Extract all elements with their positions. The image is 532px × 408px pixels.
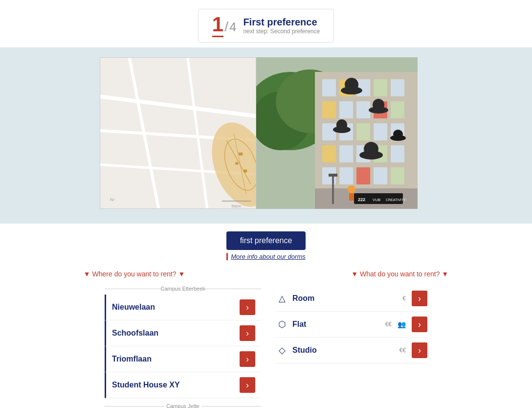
svg-rect-27 <box>339 101 353 118</box>
svg-rect-64 <box>329 174 337 177</box>
svg-rect-53 <box>364 142 378 156</box>
main-content: Campus Etterbeek Nieuwelaan › Schoofslaa… <box>0 281 532 408</box>
svg-text:222: 222 <box>358 197 365 202</box>
hero-section: N↑ 500m <box>0 47 532 224</box>
location-arrow-button[interactable]: › <box>240 351 255 367</box>
list-item[interactable]: Schoofslaan › <box>105 320 261 346</box>
svg-rect-37 <box>339 145 353 162</box>
step-slash: / <box>224 19 228 35</box>
svg-rect-26 <box>322 101 336 118</box>
room-price: €€ <box>385 321 392 328</box>
more-info-link[interactable]: More info about our dorms <box>226 253 305 260</box>
location-arrow-button[interactable]: › <box>240 299 255 315</box>
list-item: △ Room € › <box>276 286 427 312</box>
step-number: 1 <box>212 14 223 37</box>
location-arrow-button[interactable]: › <box>240 325 255 341</box>
svg-text:VUB: VUB <box>373 198 380 202</box>
svg-rect-36 <box>322 145 336 162</box>
step-subtitle: next step: Second preference <box>243 28 320 35</box>
svg-rect-44 <box>374 167 387 184</box>
svg-rect-43 <box>356 167 370 184</box>
svg-rect-33 <box>356 123 370 140</box>
studio-type-icon: ◇ <box>276 345 288 356</box>
list-item[interactable]: Triomflaan › <box>105 346 261 372</box>
campus-etterbeek-label: Campus Etterbeek <box>105 286 261 292</box>
location-arrow-button[interactable]: › <box>240 377 255 393</box>
svg-rect-40 <box>391 145 404 162</box>
svg-rect-11 <box>235 162 238 165</box>
room-type-name: Studio <box>292 346 396 355</box>
step-title: First preference <box>243 17 320 28</box>
svg-rect-51 <box>336 119 347 131</box>
svg-rect-45 <box>391 167 404 184</box>
step-info: First preference next step: Second prefe… <box>243 17 320 35</box>
svg-rect-28 <box>356 101 370 118</box>
room-type-arrow-button[interactable]: › <box>412 342 427 358</box>
first-preference-button[interactable]: first preference <box>226 231 306 250</box>
svg-rect-10 <box>239 153 243 156</box>
room-type-name: Room <box>292 294 399 303</box>
svg-text:500m: 500m <box>231 204 241 208</box>
hero-map: N↑ 500m <box>100 57 256 209</box>
svg-rect-31 <box>322 123 336 140</box>
location-name: Schoofslaan <box>112 329 240 338</box>
svg-rect-24 <box>374 79 387 96</box>
list-item[interactable]: Nieuwelaan › <box>105 295 261 320</box>
fp-section: first preference More info about our dor… <box>0 224 532 263</box>
what-filter-label[interactable]: ▼ What do you want to rent? ▼ <box>351 270 448 278</box>
shared-icon: 👥 <box>398 320 406 328</box>
where-filter-label[interactable]: ▼ Where do you want to rent? ▼ <box>84 270 185 278</box>
hero-images: N↑ 500m <box>100 57 432 209</box>
svg-rect-62 <box>349 193 354 201</box>
campus-jette-label: Campus Jette <box>105 403 261 408</box>
filters-row: ▼ Where do you want to rent? ▼ ▼ What do… <box>0 263 532 281</box>
room-type-name: Flat <box>292 320 381 329</box>
svg-point-61 <box>348 185 355 193</box>
hero-photo: 222 VUB CREATIVITY <box>256 57 418 209</box>
svg-rect-49 <box>373 99 384 111</box>
svg-rect-42 <box>339 167 353 184</box>
list-item: ◇ Studio €€ › <box>276 338 427 363</box>
svg-rect-12 <box>244 170 247 173</box>
svg-rect-63 <box>332 175 334 204</box>
room-price: €€ <box>399 347 406 354</box>
svg-rect-34 <box>374 123 387 140</box>
svg-text:CREATIVITY: CREATIVITY <box>386 198 406 202</box>
room-type-arrow-button[interactable]: › <box>412 291 427 306</box>
location-name: Nieuwelaan <box>112 303 240 312</box>
room-types-column: △ Room € › ⬡ Flat €€ 👥 › ◇ Studio €€ › <box>276 281 427 408</box>
room-type-arrow-button[interactable]: › <box>412 317 427 332</box>
svg-rect-21 <box>322 79 336 96</box>
flat-type-icon: ⬡ <box>276 319 288 330</box>
location-name: Triomflaan <box>112 355 240 363</box>
step-total: 4 <box>229 20 236 35</box>
room-type-icon: △ <box>276 293 288 304</box>
svg-text:N↑: N↑ <box>110 197 115 202</box>
step-bar: 1 / 4 First preference next step: Second… <box>0 0 532 47</box>
location-name: Student House XY <box>112 381 240 389</box>
svg-rect-55 <box>393 130 403 139</box>
step-card: 1 / 4 First preference next step: Second… <box>198 9 334 43</box>
locations-column: Campus Etterbeek Nieuwelaan › Schoofslaa… <box>105 281 261 408</box>
svg-rect-30 <box>391 101 404 118</box>
svg-rect-25 <box>391 79 404 96</box>
room-price: € <box>402 295 406 302</box>
list-item: ⬡ Flat €€ 👥 › <box>276 312 427 338</box>
svg-rect-47 <box>345 78 358 91</box>
list-item[interactable]: Student House XY › <box>105 372 261 398</box>
